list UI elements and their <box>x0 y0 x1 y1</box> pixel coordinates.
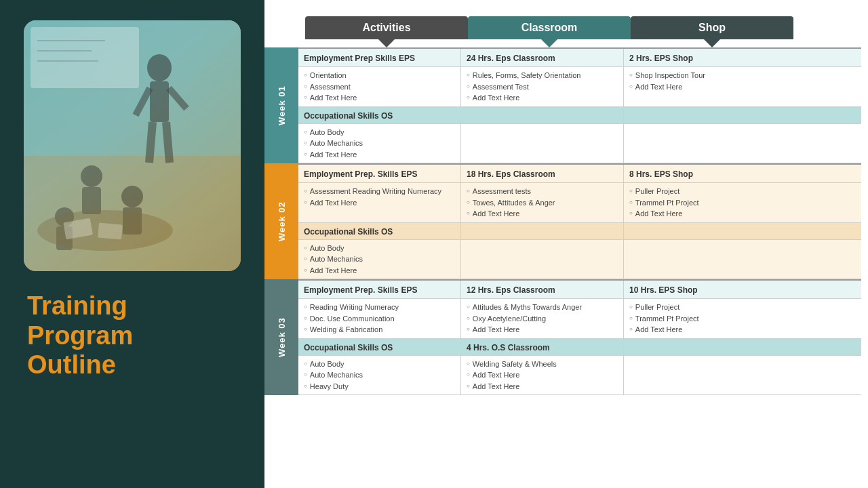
left-panel: Training Program Outline <box>0 0 264 488</box>
activities-label: Activities <box>305 16 468 39</box>
occ-body-row: Auto BodyAuto MechanicsAdd Text Here <box>298 124 861 164</box>
photo-silhouette <box>24 20 241 271</box>
svg-rect-18 <box>31 27 139 88</box>
eps-activities-title: Employment Prep Skills EPS <box>298 49 461 66</box>
list-item: Assessment tests <box>467 186 618 197</box>
occ-classroom-body: Welding Safety & WheelsAdd Text HereAdd … <box>461 356 624 395</box>
week-block-2: Week 02Employment Prep. Skills EPS18 Hrs… <box>264 163 861 279</box>
classroom-arrow <box>541 39 557 47</box>
occ-header-row: Occupational Skills OS <box>298 223 861 240</box>
classroom-label: Classroom <box>468 16 631 39</box>
occ-shop-body <box>624 356 861 395</box>
svg-rect-4 <box>150 81 169 122</box>
list-item: Add Text Here <box>629 324 856 336</box>
list-item: Welding & Fabrication <box>304 324 455 336</box>
svg-point-11 <box>121 186 143 207</box>
classroom-header: Classroom <box>468 16 631 47</box>
week-rows-3: Employment Prep. Skills EPS12 Hrs. Eps C… <box>298 279 861 395</box>
occ-activities-body: Auto BodyAuto MechanicsAdd Text Here <box>298 240 461 279</box>
occ-classroom-body <box>461 240 624 279</box>
eps-classroom-title: 12 Hrs. Eps Classroom <box>461 281 624 298</box>
list-item: Auto Mechanics <box>304 138 455 149</box>
list-item: Add Text Here <box>467 369 618 381</box>
occ-shop-body <box>624 124 861 163</box>
list-item: Doc. Use Communication <box>304 313 455 325</box>
shop-header: Shop <box>631 16 793 47</box>
eps-classroom-body: Attitudes & Myths Towards AngerOxy Acety… <box>461 299 624 338</box>
list-item: Trammel Pt Project <box>629 197 856 209</box>
eps-shop-title: 10 Hrs. EPS Shop <box>624 281 861 298</box>
eps-activities-body: OrientationAssessmentAdd Text Here <box>298 67 461 106</box>
title-line2: Outline <box>27 350 116 379</box>
occ-classroom-title <box>461 223 624 239</box>
eps-header-row: Employment Prep Skills EPS24 Hrs. Eps Cl… <box>298 47 861 67</box>
occ-activities-body: Auto BodyAuto MechanicsHeavy Duty <box>298 356 461 395</box>
activities-header: Activities <box>305 16 468 47</box>
list-item: Auto Body <box>304 359 455 370</box>
eps-activities-title: Employment Prep. Skills EPS <box>298 165 461 182</box>
occ-classroom-title <box>461 107 624 123</box>
svg-rect-10 <box>82 187 101 214</box>
content-area: Week 01Employment Prep Skills EPS24 Hrs.… <box>264 47 861 488</box>
eps-shop-body: Shop Inspection TourAdd Text Here <box>624 67 861 106</box>
list-item: Oxy Acetylene/Cutting <box>467 313 618 325</box>
list-item: Rules, Forms, Safety Orientation <box>467 70 618 81</box>
eps-classroom-title: 24 Hrs. Eps Classroom <box>461 49 624 66</box>
list-item: Assessment Reading Writing Numeracy <box>304 186 455 197</box>
list-item: Add Text Here <box>467 208 618 220</box>
eps-activities-body: Assessment Reading Writing NumeracyAdd T… <box>298 183 461 222</box>
occ-header-row: Occupational Skills OS4 Hrs. O.S Classro… <box>298 339 861 356</box>
list-item: Trammel Pt Project <box>629 313 856 325</box>
list-item: Add Text Here <box>304 149 455 161</box>
list-item: Puller Project <box>629 186 856 197</box>
occ-classroom-body <box>461 124 624 163</box>
occ-activities-body: Auto BodyAuto MechanicsAdd Text Here <box>298 124 461 163</box>
list-item: Welding Safety & Wheels <box>467 359 618 370</box>
svg-line-8 <box>166 122 170 163</box>
occ-activities-title: Occupational Skills OS <box>298 107 461 123</box>
right-panel: Activities Classroom Shop Week 01Employm… <box>264 0 868 488</box>
title-area: Training Program Outline <box>0 271 264 394</box>
list-item: Add Text Here <box>467 92 618 104</box>
list-item: Add Text Here <box>629 81 856 93</box>
list-item: Attitudes & Myths Towards Anger <box>467 302 618 313</box>
list-item: Auto Body <box>304 127 455 138</box>
list-item: Auto Mechanics <box>304 369 455 381</box>
list-item: Heavy Duty <box>304 381 455 392</box>
occ-shop-body <box>624 240 861 279</box>
list-item: Puller Project <box>629 302 856 313</box>
list-item: Auto Body <box>304 243 455 254</box>
week-block-1: Week 01Employment Prep Skills EPS24 Hrs.… <box>264 47 861 163</box>
list-item: Assessment <box>304 81 455 93</box>
occ-body-row: Auto BodyAuto MechanicsAdd Text Here <box>298 240 861 280</box>
eps-activities-body: Reading Writing NumeracyDoc. Use Communi… <box>298 299 461 338</box>
week-rows-2: Employment Prep. Skills EPS18 Hrs. Eps C… <box>298 163 861 279</box>
week-tab-1: Week 01 <box>264 47 298 163</box>
week-rows-1: Employment Prep Skills EPS24 Hrs. Eps Cl… <box>298 47 861 163</box>
list-item: Reading Writing Numeracy <box>304 302 455 313</box>
week-tab-3: Week 03 <box>264 279 298 395</box>
shop-label: Shop <box>631 16 793 39</box>
list-item: Auto Mechanics <box>304 253 455 265</box>
eps-shop-body: Puller ProjectTrammel Pt ProjectAdd Text… <box>624 183 861 222</box>
eps-shop-title: 2 Hrs. EPS Shop <box>624 49 861 66</box>
occ-shop-title <box>624 107 861 123</box>
eps-header-row: Employment Prep. Skills EPS18 Hrs. Eps C… <box>298 163 861 183</box>
photo-area <box>24 20 241 271</box>
list-item: Towes, Attitudes & Anger <box>467 197 618 209</box>
list-item: Orientation <box>304 70 455 81</box>
list-item: Add Text Here <box>467 381 618 392</box>
list-item: Add Text Here <box>304 265 455 277</box>
svg-rect-17 <box>98 223 123 240</box>
occ-shop-title <box>624 339 861 355</box>
eps-body-row: Assessment Reading Writing NumeracyAdd T… <box>298 183 861 223</box>
list-item: Add Text Here <box>467 324 618 336</box>
list-item: Shop Inspection Tour <box>629 70 856 81</box>
eps-shop-body: Puller ProjectTrammel Pt ProjectAdd Text… <box>624 299 861 338</box>
title-line1: Training Program <box>27 291 133 350</box>
eps-classroom-body: Rules, Forms, Safety OrientationAssessme… <box>461 67 624 106</box>
list-item: Add Text Here <box>304 92 455 104</box>
eps-shop-title: 8 Hrs. EPS Shop <box>624 165 861 182</box>
activities-arrow <box>378 39 395 47</box>
shop-arrow <box>704 39 720 47</box>
